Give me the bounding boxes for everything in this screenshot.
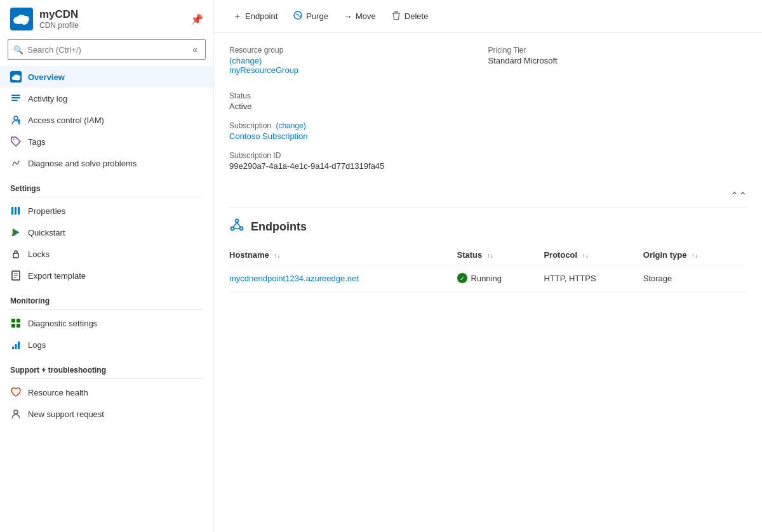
origin-type-column-header[interactable]: Origin type ↑↓	[643, 245, 747, 265]
add-endpoint-button[interactable]: ＋ Endpoint	[227, 7, 284, 26]
hostname-column-header[interactable]: Hostname ↑↓	[229, 245, 457, 265]
svg-point-14	[14, 116, 18, 120]
search-icon: 🔍	[13, 45, 23, 55]
svg-line-43	[237, 223, 241, 227]
status-sort-icon[interactable]: ↑↓	[487, 252, 493, 259]
add-icon: ＋	[233, 11, 242, 22]
subscription-id-label: Subscription ID	[229, 151, 488, 160]
search-input[interactable]	[27, 45, 186, 55]
protocol-column-header[interactable]: Protocol ↑↓	[544, 245, 643, 265]
svg-point-5	[14, 20, 19, 23]
endpoints-table: Hostname ↑↓ Status ↑↓ Protocol ↑↓ Origin…	[229, 245, 747, 291]
cloud-icon	[10, 71, 22, 83]
origin-type-sort-icon[interactable]: ↑↓	[692, 252, 698, 259]
svg-rect-30	[11, 324, 15, 328]
svg-line-42	[234, 223, 237, 227]
app-title-block: myCDN CDN profile	[39, 8, 79, 30]
resource-group-value: (change)	[229, 56, 488, 65]
sidebar-item-diagnose-label: Diagnose and solve problems	[28, 159, 137, 168]
hostname-sort-icon[interactable]: ↑↓	[274, 252, 280, 259]
sidebar-item-access-control[interactable]: Access control (IAM)	[0, 109, 213, 131]
svg-rect-38	[394, 11, 398, 13]
monitoring-section-header: Monitoring	[0, 286, 213, 308]
table-row: mycdnendpoint1234.azureedge.net ✓ Runnin…	[229, 265, 747, 291]
sidebar-item-locks-label: Locks	[28, 249, 50, 259]
pin-icon[interactable]: 📌	[190, 13, 203, 25]
collapse-button[interactable]: «	[190, 43, 200, 56]
svg-rect-28	[11, 319, 15, 323]
subscription-info-block: Subscription (change) Contoso Subscripti…	[229, 121, 488, 141]
sidebar-item-activity-log[interactable]: Activity log	[0, 88, 213, 109]
svg-rect-12	[11, 97, 20, 98]
sidebar-item-diagnostic-settings-label: Diagnostic settings	[28, 319, 97, 328]
delete-button[interactable]: Delete	[385, 6, 435, 26]
protocol-cell: HTTP, HTTPS	[544, 265, 643, 291]
sidebar-item-overview[interactable]: Overview	[0, 66, 213, 88]
sidebar-item-tags[interactable]: Tags	[0, 131, 213, 152]
table-header-row: Hostname ↑↓ Status ↑↓ Protocol ↑↓ Origin…	[229, 245, 747, 265]
status-subscription-grid: Status Active Subscription (change) Cont…	[229, 91, 747, 181]
sidebar-item-properties-label: Properties	[28, 206, 65, 216]
svg-rect-11	[11, 95, 20, 96]
pricing-tier-label: Pricing Tier	[488, 46, 747, 55]
purge-button[interactable]: Purge	[286, 6, 335, 26]
hostname-cell: mycdnendpoint1234.azureedge.net	[229, 265, 457, 291]
svg-rect-37	[392, 13, 400, 14]
status-block: Status Active Subscription (change) Cont…	[229, 91, 488, 181]
locks-icon	[10, 248, 22, 260]
svg-point-40	[231, 227, 234, 230]
endpoints-title: Endpoints	[251, 220, 307, 234]
sidebar-item-activity-log-label: Activity log	[28, 94, 67, 103]
sidebar-item-logs[interactable]: Logs	[0, 334, 213, 356]
sidebar-item-locks[interactable]: Locks	[0, 243, 213, 265]
sidebar: myCDN CDN profile 📌 🔍 « Overview	[0, 0, 214, 532]
svg-rect-20	[18, 207, 20, 215]
svg-rect-32	[12, 347, 14, 349]
subscription-link[interactable]: Contoso Subscription	[229, 131, 308, 141]
app-subtitle: CDN profile	[39, 21, 79, 30]
svg-rect-19	[15, 207, 17, 215]
svg-rect-29	[17, 319, 20, 323]
main-content: ＋ Endpoint Purge → Move	[214, 0, 762, 532]
access-control-icon	[10, 114, 22, 126]
sidebar-item-diagnostic-settings[interactable]: Diagnostic settings	[0, 312, 213, 334]
move-label: Move	[356, 11, 376, 21]
collapse-chevron-icon[interactable]: ⌃⌃	[730, 190, 747, 202]
quickstart-icon	[10, 227, 22, 238]
hostname-link[interactable]: mycdnendpoint1234.azureedge.net	[229, 274, 359, 283]
pricing-tier-value: Standard Microsoft	[488, 56, 747, 65]
sidebar-item-new-support-request[interactable]: New support request	[0, 403, 213, 425]
sidebar-nav: Overview Activity log	[0, 66, 213, 532]
endpoints-icon	[229, 218, 244, 236]
status-info-block: Status Active	[229, 91, 488, 111]
app-title: myCDN	[39, 8, 79, 21]
status-value: Active	[229, 102, 488, 111]
search-bar[interactable]: 🔍 «	[8, 39, 206, 60]
subscription-change-link[interactable]: (change)	[276, 121, 305, 130]
sidebar-item-export-template[interactable]: Export template	[0, 265, 213, 286]
sidebar-item-quickstart[interactable]: Quickstart	[0, 222, 213, 243]
sidebar-item-overview-label: Overview	[28, 72, 65, 82]
status-running-dot: ✓	[457, 273, 467, 283]
sidebar-item-resource-health[interactable]: Resource health	[0, 382, 213, 403]
move-button[interactable]: → Move	[337, 8, 382, 25]
sidebar-item-diagnose[interactable]: Diagnose and solve problems	[0, 152, 213, 174]
subscription-label: Subscription (change)	[229, 121, 488, 130]
overview-info-grid: Resource group (change) myResourceGroup …	[229, 46, 747, 85]
protocol-sort-icon[interactable]: ↑↓	[582, 252, 589, 259]
sidebar-item-properties[interactable]: Properties	[0, 200, 213, 222]
resource-group-change-link[interactable]: (change)	[229, 56, 262, 65]
status-column-header[interactable]: Status ↑↓	[457, 245, 544, 265]
sidebar-header: myCDN CDN profile 📌	[0, 0, 213, 36]
delete-label: Delete	[404, 11, 429, 21]
resource-group-link[interactable]: myResourceGroup	[229, 65, 298, 75]
content-area: Resource group (change) myResourceGroup …	[214, 33, 762, 532]
origin-type-cell: Storage	[643, 265, 747, 291]
settings-divider	[10, 197, 203, 197]
svg-rect-31	[17, 324, 20, 328]
svg-point-41	[240, 227, 243, 230]
activity-log-icon	[10, 93, 22, 104]
svg-rect-23	[13, 253, 18, 258]
svg-point-10	[17, 76, 20, 79]
new-support-request-icon	[10, 408, 22, 420]
